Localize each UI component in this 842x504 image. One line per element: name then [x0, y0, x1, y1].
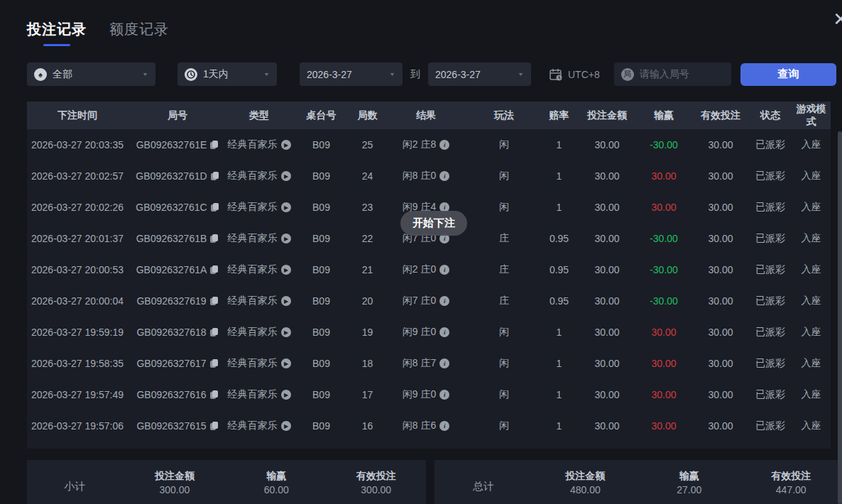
date-from-value: 2026-3-27	[307, 69, 352, 80]
play-type: 庄	[469, 263, 540, 276]
col-header-status: 状态	[749, 109, 792, 122]
play-video-icon[interactable]: ▶	[281, 265, 291, 275]
play-type: 闲	[469, 420, 540, 432]
bet-amount: 30.00	[579, 170, 635, 182]
play-video-icon[interactable]: ▶	[281, 358, 291, 368]
info-icon[interactable]: i	[439, 171, 449, 181]
round-id-cell: GB092632761E	[128, 139, 227, 150]
calendar-clock-icon	[549, 67, 563, 82]
date-from-picker[interactable]: 2026-3-27 ▼	[300, 62, 403, 86]
play-type: 闲	[469, 388, 540, 401]
play-video-icon[interactable]: ▶	[281, 140, 291, 150]
play-video-icon[interactable]: ▶	[281, 234, 291, 243]
valid-bet: 30.00	[692, 420, 749, 432]
col-header-valid-bet: 有效投注	[692, 109, 749, 122]
tab-label: 投注记录	[27, 20, 87, 39]
table-row: 2026-03-27 19:57:06 GB0926327615 经典百家乐 ▶…	[27, 410, 831, 442]
table-row: 2026-03-27 20:02:57 GB092632761D 经典百家乐 ▶…	[27, 160, 831, 192]
result-cell: 闲8 庄0 i	[383, 170, 469, 182]
copy-icon[interactable]	[210, 141, 219, 150]
bet-amount: 30.00	[579, 389, 635, 400]
game-mode: 入座	[792, 388, 831, 401]
copy-icon[interactable]	[210, 422, 219, 431]
table-no: B09	[291, 358, 351, 369]
tab-betting-records[interactable]: 投注记录	[27, 20, 87, 46]
result-cell: 闲8 庄6 i	[383, 420, 469, 432]
info-icon[interactable]: i	[439, 421, 449, 431]
info-icon[interactable]: i	[439, 265, 449, 275]
table-row: 2026-03-27 20:00:04 GB0926327619 经典百家乐 ▶…	[27, 285, 831, 317]
play-video-icon[interactable]: ▶	[281, 327, 291, 337]
bet-time: 2026-03-27 20:02:26	[27, 202, 128, 213]
copy-icon[interactable]	[211, 172, 219, 181]
valid-bet: 30.00	[692, 139, 749, 150]
time-range-dropdown[interactable]: 1天内 ▼	[177, 62, 277, 86]
bet-time: 2026-03-27 19:57:06	[27, 420, 128, 432]
valid-bet: 30.00	[692, 327, 749, 338]
copy-icon[interactable]	[210, 265, 219, 275]
round-id-cell: GB092632761A	[128, 264, 227, 275]
bet-amount: 30.00	[579, 264, 635, 275]
win-loss: 30.00	[635, 170, 692, 182]
odds: 1	[540, 202, 579, 213]
result-cell: 闲2 庄0 i	[383, 263, 469, 276]
copy-icon[interactable]	[210, 234, 219, 243]
result-cell: 闲2 庄8 i	[383, 138, 469, 151]
table-no: B09	[291, 327, 351, 338]
round-number-input[interactable]: 局 请输入局号	[614, 62, 731, 86]
subtotal-win-loss: 输赢 60.00	[226, 469, 327, 504]
bet-time: 2026-03-27 19:58:35	[27, 358, 128, 369]
game-type: 经典百家乐	[228, 263, 278, 276]
copy-icon[interactable]	[210, 390, 219, 400]
info-icon[interactable]: i	[439, 358, 449, 368]
game-type: 经典百家乐	[228, 138, 278, 151]
round-id-cell: GB0926327615	[128, 420, 227, 432]
records-table: 下注时间 局号 类型 桌台号 局数 结果 玩法 赔率 投注金额 输赢 有效投注 …	[27, 102, 831, 449]
subtotal-bet-amount: 投注金额 300.00	[123, 469, 226, 504]
play-video-icon[interactable]: ▶	[281, 421, 291, 431]
vertical-scrollbar[interactable]	[838, 131, 842, 504]
round-id-cell: GB0926327618	[128, 327, 227, 338]
info-icon[interactable]: i	[439, 296, 449, 306]
play-video-icon[interactable]: ▶	[281, 171, 291, 181]
copy-icon[interactable]	[211, 203, 219, 212]
date-to-picker[interactable]: 2026-3-27 ▼	[428, 62, 531, 86]
info-icon[interactable]: i	[439, 327, 449, 337]
total-label: 总计	[434, 469, 532, 504]
info-icon[interactable]: i	[439, 140, 449, 150]
game-mode: 入座	[792, 420, 831, 432]
game-type-dropdown[interactable]: ♠ 全部 ▼	[27, 62, 155, 86]
win-loss: 30.00	[635, 389, 692, 400]
game-type-cell: 经典百家乐 ▶	[227, 357, 291, 370]
round-id-cell: GB092632761B	[128, 233, 227, 244]
subtotal-valid-bet: 有效投注 300.00	[326, 469, 426, 504]
play-video-icon[interactable]: ▶	[281, 202, 291, 212]
play-video-icon[interactable]: ▶	[281, 390, 291, 400]
game-type-cell: 经典百家乐 ▶	[227, 170, 291, 182]
col-header-type: 类型	[227, 109, 291, 122]
bet-amount: 30.00	[579, 139, 635, 150]
bet-amount: 30.00	[579, 358, 635, 369]
round-id: GB0926327618	[136, 327, 206, 338]
result-value: 闲9 庄0	[403, 326, 436, 339]
tab-quota-records[interactable]: 额度记录	[109, 20, 169, 46]
result-value: 闲7 庄0	[403, 295, 436, 307]
result-value: 闲8 庄6	[403, 420, 436, 432]
play-video-icon[interactable]: ▶	[281, 296, 291, 306]
info-icon[interactable]: i	[439, 390, 449, 400]
table-row: 2026-03-27 19:58:35 GB0926327617 经典百家乐 ▶…	[27, 348, 831, 379]
status: 已派彩	[749, 357, 792, 370]
game-type: 经典百家乐	[228, 357, 278, 370]
col-header-win-loss: 输赢	[635, 109, 692, 122]
total-valid-bet: 有效投注 447.00	[740, 469, 842, 504]
copy-icon[interactable]	[210, 328, 219, 337]
game-mode: 入座	[792, 201, 831, 214]
col-header-game-mode: 游戏模式	[792, 103, 831, 128]
copy-icon[interactable]	[210, 359, 219, 368]
close-icon[interactable]: ✕	[833, 10, 842, 28]
win-loss: 30.00	[635, 202, 692, 213]
game-type: 经典百家乐	[228, 388, 278, 401]
game-type-cell: 经典百家乐 ▶	[227, 295, 291, 307]
copy-icon[interactable]	[210, 297, 219, 306]
query-button[interactable]: 查询	[740, 63, 836, 86]
